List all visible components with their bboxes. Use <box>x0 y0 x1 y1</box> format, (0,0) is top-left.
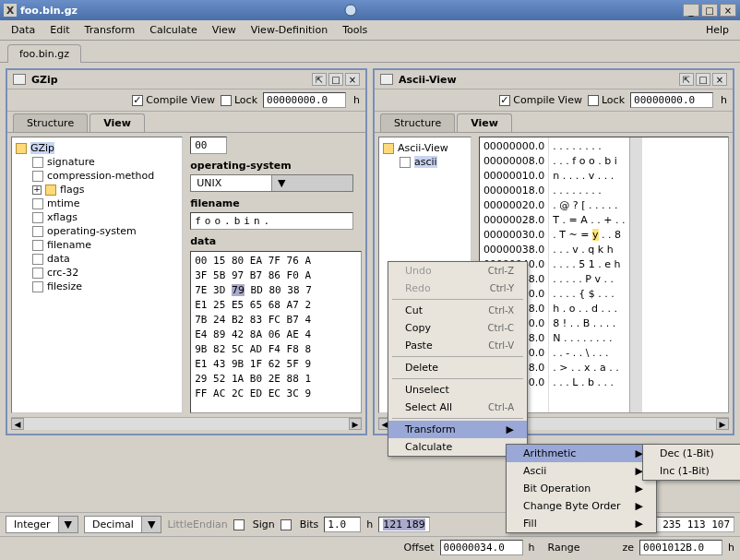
menu-edit[interactable]: Edit <box>42 22 77 38</box>
sub-bitop[interactable]: Bit Operation▶ <box>507 480 656 497</box>
ascii-chars: . . . . . . . . . . . f o o . b i n . . … <box>549 137 628 412</box>
expand-icon[interactable]: + <box>32 185 42 195</box>
menu-tools[interactable]: Tools <box>335 22 375 38</box>
folder-icon <box>383 143 394 154</box>
submenu-transform[interactable]: Arithmetic▶ Ascii▶ Bit Operation▶ Change… <box>506 444 657 533</box>
lock-offset-input[interactable] <box>630 92 713 108</box>
lock-label: Lock <box>234 94 257 106</box>
submenu-arrow-icon: ▶ <box>636 500 643 512</box>
tree-item[interactable]: compression-method <box>16 169 178 183</box>
sub-ascii[interactable]: Ascii▶ <box>507 462 656 480</box>
sub-arithmetic[interactable]: Arithmetic▶ <box>507 445 656 462</box>
tree-item-ascii[interactable]: ascii <box>383 155 467 169</box>
maximize-button[interactable]: □ <box>701 4 718 17</box>
range-label: Range <box>548 542 580 554</box>
sub-inc[interactable]: Inc (1-Bit) <box>643 462 740 480</box>
tree-item[interactable]: xflags <box>16 210 178 224</box>
bits-label: Bits <box>300 518 319 530</box>
menu-data[interactable]: Data <box>4 22 42 38</box>
menu-calculate[interactable]: Calculate <box>142 22 204 38</box>
hscrollbar[interactable]: ◀▶ <box>11 417 362 430</box>
app-logo-icon <box>343 3 358 18</box>
file-icon <box>32 240 43 251</box>
tab-view[interactable]: View <box>457 113 512 132</box>
gzip-tree[interactable]: GZip signature compression-method +flags… <box>11 137 183 413</box>
os-select[interactable]: UNIX ▼ <box>190 174 352 192</box>
close-button[interactable]: × <box>720 4 736 17</box>
bits-input[interactable] <box>324 517 361 532</box>
tab-view[interactable]: View <box>90 113 145 132</box>
file-icon <box>32 198 43 209</box>
top-byte-input[interactable] <box>190 137 227 154</box>
pane-maximize-icon[interactable]: □ <box>696 73 710 86</box>
scroll-right-icon[interactable]: ▶ <box>349 418 362 430</box>
menu-help[interactable]: Help <box>698 22 736 38</box>
sub-dec[interactable]: Dec (1-Bit) <box>643 445 740 462</box>
svg-point-0 <box>345 5 356 16</box>
menu-view[interactable]: View <box>205 22 244 38</box>
lock-checkbox[interactable]: Lock <box>588 94 625 106</box>
hex-view[interactable]: 00 15 80 EA 7F 76 A 3F 5B 97 B7 86 F0 A … <box>190 251 362 413</box>
lock-checkbox[interactable]: Lock <box>221 94 257 106</box>
compile-view-checkbox[interactable]: Compile View <box>499 94 582 106</box>
lock-offset-input[interactable] <box>263 92 346 108</box>
file-tab[interactable]: foo.bin.gz <box>7 44 81 63</box>
window-title: foo.bin.gz <box>20 5 343 17</box>
sign-checkbox[interactable] <box>280 518 294 530</box>
ctx-paste[interactable]: PasteCtrl-V <box>388 337 527 354</box>
ctx-unselect[interactable]: Unselect <box>388 381 527 399</box>
base-combo[interactable]: Decimal▼ <box>84 516 161 533</box>
tree-root-gzip[interactable]: GZip <box>16 141 178 155</box>
context-menu[interactable]: UndoCtrl-Z RedoCtrl-Y CutCtrl-X CopyCtrl… <box>388 261 528 457</box>
scroll-left-icon[interactable]: ◀ <box>11 418 24 430</box>
compile-view-checkbox[interactable]: Compile View <box>132 94 215 106</box>
offset-input[interactable] <box>440 540 523 555</box>
app-x-icon: X <box>4 4 17 17</box>
ctx-copy[interactable]: CopyCtrl-C <box>388 319 527 337</box>
vscrollbar[interactable] <box>629 137 642 412</box>
type-combo[interactable]: Integer▼ <box>6 516 78 533</box>
pane-maximize-icon[interactable]: □ <box>328 73 343 86</box>
tree-item[interactable]: mtime <box>16 197 178 210</box>
file-icon <box>32 157 43 168</box>
gzip-pane-title: GZip <box>31 74 58 86</box>
tree-item-flags[interactable]: +flags <box>16 183 178 197</box>
size-input[interactable] <box>639 540 722 555</box>
tree-item[interactable]: data <box>16 252 178 266</box>
tree-root-label: GZip <box>30 142 54 154</box>
file-icon <box>32 281 43 292</box>
os-label: operating-system <box>190 160 362 172</box>
file-icon <box>400 157 411 168</box>
tree-item[interactable]: filesize <box>16 280 178 293</box>
minimize-button[interactable]: _ <box>683 4 699 17</box>
endian-checkbox[interactable] <box>233 518 247 530</box>
tree-root-ascii[interactable]: Ascii-View <box>383 141 467 155</box>
pane-detach-icon[interactable]: ⇱ <box>312 73 327 86</box>
ctx-transform[interactable]: Transform▶ <box>388 421 527 438</box>
data-label: data <box>190 235 362 247</box>
gzip-pane: GZip ⇱ □ × Compile View Lock h Structure… <box>6 68 367 435</box>
submenu-arithmetic[interactable]: Dec (1-Bit) Inc (1-Bit) <box>642 444 740 481</box>
pane-detach-icon[interactable]: ⇱ <box>679 73 694 86</box>
status-row-2: Offset h Range ze h <box>0 536 740 558</box>
sub-byteorder[interactable]: Change Byte Order▶ <box>507 497 656 515</box>
tree-item[interactable]: filename <box>16 238 178 252</box>
scroll-right-icon[interactable]: ▶ <box>716 418 729 430</box>
ctx-selectall[interactable]: Select AllCtrl-A <box>388 399 527 416</box>
tab-structure[interactable]: Structure <box>380 113 455 132</box>
pane-close-icon[interactable]: × <box>712 73 727 86</box>
menu-view-definition[interactable]: View-Definition <box>244 22 335 38</box>
filename-input[interactable] <box>190 212 352 230</box>
ctx-delete[interactable]: Delete <box>388 359 527 376</box>
ctx-cut[interactable]: CutCtrl-X <box>388 302 527 319</box>
compile-view-label: Compile View <box>513 94 582 106</box>
size-label: ze <box>622 542 634 554</box>
tree-item[interactable]: signature <box>16 155 178 169</box>
tab-structure[interactable]: Structure <box>13 113 88 132</box>
sub-fill[interactable]: Fill▶ <box>507 515 656 532</box>
tree-item[interactable]: crc-32 <box>16 266 178 280</box>
pane-close-icon[interactable]: × <box>345 73 360 86</box>
menu-transform[interactable]: Transform <box>78 22 143 38</box>
size-unit: h <box>728 542 734 554</box>
tree-item[interactable]: operating-system <box>16 224 178 238</box>
